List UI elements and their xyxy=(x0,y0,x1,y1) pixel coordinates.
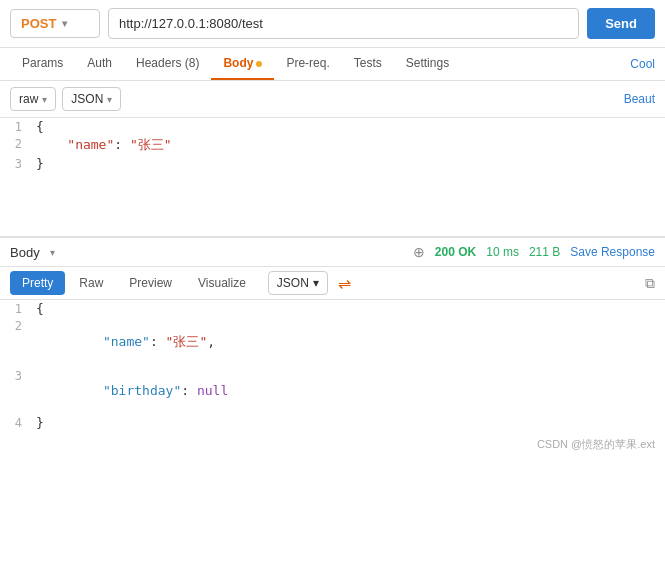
request-tabs: Params Auth Headers (8) Body Pre-req. Te… xyxy=(0,48,665,81)
resp-tab-visualize[interactable]: Visualize xyxy=(186,271,258,295)
resp-format-json[interactable]: JSON ▾ xyxy=(268,271,328,295)
status-badge: 200 OK xyxy=(435,245,476,259)
format-json-btn[interactable]: JSON ▾ xyxy=(62,87,121,111)
method-label: POST xyxy=(21,16,56,31)
format-raw-btn[interactable]: raw ▾ xyxy=(10,87,56,111)
resp-line-1: 1 { xyxy=(0,300,665,317)
beautify-label[interactable]: Beaut xyxy=(624,92,655,106)
resp-tab-raw[interactable]: Raw xyxy=(67,271,115,295)
response-size: 211 B xyxy=(529,245,560,259)
response-body-editor: 1 { 2 "name": "张三", 3 "birthday": null 4… xyxy=(0,300,665,431)
sub-toolbar: raw ▾ JSON ▾ Beaut xyxy=(0,81,665,118)
request-body-editor: 1 { 2 "name": "张三" 3 } xyxy=(0,118,665,238)
req-line-2: 2 "name": "张三" xyxy=(0,135,665,155)
req-line-3: 3 } xyxy=(0,155,665,172)
response-meta: ⊕ 200 OK 10 ms 211 B Save Response xyxy=(413,244,655,260)
tab-settings[interactable]: Settings xyxy=(394,48,461,80)
response-tabs: Pretty Raw Preview Visualize JSON ▾ ⇌ ⧉ xyxy=(0,267,665,300)
tab-params[interactable]: Params xyxy=(10,48,75,80)
copy-icon[interactable]: ⧉ xyxy=(645,275,655,292)
body-dot xyxy=(256,61,262,67)
globe-icon: ⊕ xyxy=(413,244,425,260)
top-bar: POST ▾ Send xyxy=(0,0,665,48)
tab-body[interactable]: Body xyxy=(211,48,274,80)
wrap-icon[interactable]: ⇌ xyxy=(338,274,351,293)
resp-tab-pretty[interactable]: Pretty xyxy=(10,271,65,295)
resp-tab-preview[interactable]: Preview xyxy=(117,271,184,295)
url-input[interactable] xyxy=(108,8,579,39)
resp-line-2: 2 "name": "张三", xyxy=(0,317,665,367)
send-button[interactable]: Send xyxy=(587,8,655,39)
method-chevron: ▾ xyxy=(62,18,67,29)
method-select[interactable]: POST ▾ xyxy=(10,9,100,38)
save-response-btn[interactable]: Save Response xyxy=(570,245,655,259)
tab-tests[interactable]: Tests xyxy=(342,48,394,80)
response-time: 10 ms xyxy=(486,245,519,259)
tab-headers[interactable]: Headers (8) xyxy=(124,48,211,80)
tab-auth[interactable]: Auth xyxy=(75,48,124,80)
resp-line-4: 4 } xyxy=(0,414,665,431)
req-line-1: 1 { xyxy=(0,118,665,135)
response-header: Body ▾ ⊕ 200 OK 10 ms 211 B Save Respons… xyxy=(0,238,665,267)
response-chevron[interactable]: ▾ xyxy=(50,247,55,258)
cool-label[interactable]: Cool xyxy=(630,49,655,79)
response-body-label: Body xyxy=(10,245,40,260)
tab-prereq[interactable]: Pre-req. xyxy=(274,48,341,80)
watermark: CSDN @愤怒的苹果.ext xyxy=(0,431,665,458)
resp-line-3: 3 "birthday": null xyxy=(0,367,665,414)
